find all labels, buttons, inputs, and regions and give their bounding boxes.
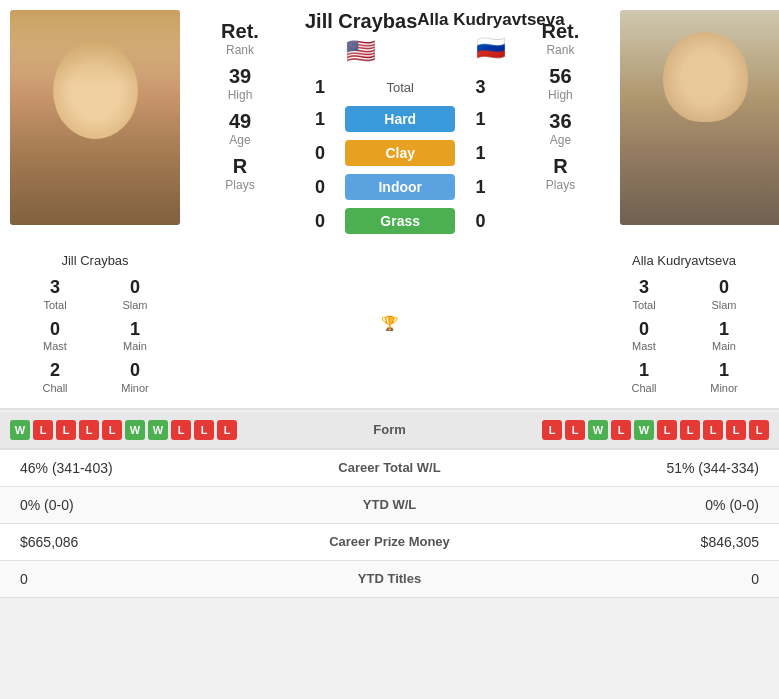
right-slam-cell: 0 Slam xyxy=(684,273,764,315)
clay-row: 0 Clay 1 xyxy=(305,140,495,166)
form-badge-left: L xyxy=(217,420,237,440)
divider xyxy=(0,408,779,410)
form-badge-right: W xyxy=(588,420,608,440)
right-bottom-stats: Alla Kudryavtseva 3 Total 0 Slam 0 Mast … xyxy=(599,248,769,398)
form-badge-left: L xyxy=(33,420,53,440)
form-badge-right: L xyxy=(565,420,585,440)
right-high: 56 High xyxy=(548,65,573,102)
clay-badge: Clay xyxy=(345,140,455,166)
form-badge-right: L xyxy=(657,420,677,440)
hard-row: 1 Hard 1 xyxy=(305,106,495,132)
left-total-score: 1 xyxy=(305,77,335,98)
center-section: Jill Craybas 🇺🇸 Alla Kudryavtseva 🇷🇺 1 T… xyxy=(300,10,500,238)
total-score-row: 1 Total 3 xyxy=(305,77,495,98)
right-total-score: 3 xyxy=(465,77,495,98)
stat-left-val: 0% (0-0) xyxy=(20,497,290,513)
form-badge-left: W xyxy=(10,420,30,440)
stat-center-label: YTD W/L xyxy=(290,497,490,512)
stat-center-label: Career Total W/L xyxy=(290,460,490,475)
left-stats-grid: 3 Total 0 Slam 0 Mast 1 Main 2 Chall 0 M… xyxy=(10,273,180,398)
left-chall-cell: 2 Chall xyxy=(15,356,95,398)
form-section: WLLLLWWLLL Form LLWLWLLLLL xyxy=(0,412,779,448)
form-badge-right: L xyxy=(611,420,631,440)
left-player-name-bottom: Jill Craybas xyxy=(10,248,180,273)
right-mast-cell: 0 Mast xyxy=(604,315,684,357)
form-badge-left: L xyxy=(56,420,76,440)
form-badge-right: L xyxy=(542,420,562,440)
stat-right-val: 0% (0-0) xyxy=(490,497,760,513)
main-card: Ret. Rank 39 High 49 Age R Plays Jill Cr… xyxy=(0,0,779,248)
form-badge-right: L xyxy=(680,420,700,440)
left-high: 39 High xyxy=(228,65,253,102)
stat-right-val: 0 xyxy=(490,571,760,587)
stat-left-val: 46% (341-403) xyxy=(20,460,290,476)
form-badge-right: L xyxy=(749,420,769,440)
stats-row: 0 YTD Titles 0 xyxy=(0,561,779,598)
grass-badge: Grass xyxy=(345,208,455,234)
left-stats-column: Ret. Rank 39 High 49 Age R Plays xyxy=(180,10,300,238)
indoor-badge: Indoor xyxy=(345,174,455,200)
left-bottom-stats: Jill Craybas 3 Total 0 Slam 0 Mast 1 Mai… xyxy=(10,248,180,398)
right-rank: Ret. Rank xyxy=(542,20,580,57)
form-badge-right: L xyxy=(726,420,746,440)
right-chall-cell: 1 Chall xyxy=(604,356,684,398)
right-main-cell: 1 Main xyxy=(684,315,764,357)
form-badge-left: W xyxy=(148,420,168,440)
trophy-center: 🏆 xyxy=(180,248,599,398)
form-badge-left: L xyxy=(171,420,191,440)
right-form: LLWLWLLLLL xyxy=(450,420,770,440)
form-badge-right: W xyxy=(634,420,654,440)
left-slam-cell: 0 Slam xyxy=(95,273,175,315)
right-age: 36 Age xyxy=(549,110,571,147)
form-badge-right: L xyxy=(703,420,723,440)
stat-right-val: $846,305 xyxy=(490,534,760,550)
grass-row: 0 Grass 0 xyxy=(305,208,495,234)
hard-badge: Hard xyxy=(345,106,455,132)
player-left-photo xyxy=(10,10,180,225)
left-form: WLLLLWWLLL xyxy=(10,420,330,440)
stats-row: 0% (0-0) YTD W/L 0% (0-0) xyxy=(0,487,779,524)
right-player-name-bottom: Alla Kudryavtseva xyxy=(599,248,769,273)
left-age: 49 Age xyxy=(229,110,251,147)
form-label: Form xyxy=(330,422,450,437)
trophy-icon: 🏆 xyxy=(381,315,398,331)
form-badge-left: W xyxy=(125,420,145,440)
stat-left-val: 0 xyxy=(20,571,290,587)
form-badge-left: L xyxy=(102,420,122,440)
stats-row: $665,086 Career Prize Money $846,305 xyxy=(0,524,779,561)
left-rank: Ret. Rank xyxy=(221,20,259,57)
left-plays: R Plays xyxy=(225,155,254,192)
left-total-cell: 3 Total xyxy=(15,273,95,315)
stats-row: 46% (341-403) Career Total W/L 51% (344-… xyxy=(0,450,779,487)
stat-left-val: $665,086 xyxy=(20,534,290,550)
right-stats-grid: 3 Total 0 Slam 0 Mast 1 Main 1 Chall 1 M… xyxy=(599,273,769,398)
form-badge-left: L xyxy=(79,420,99,440)
stat-center-label: YTD Titles xyxy=(290,571,490,586)
stat-right-val: 51% (344-334) xyxy=(490,460,760,476)
left-mast-cell: 0 Mast xyxy=(15,315,95,357)
left-main-cell: 1 Main xyxy=(95,315,175,357)
total-label: Total xyxy=(386,80,413,95)
form-badge-left: L xyxy=(194,420,214,440)
right-total-cell: 3 Total xyxy=(604,273,684,315)
stat-center-label: Career Prize Money xyxy=(290,534,490,549)
right-stats-column: Ret. Rank 56 High 36 Age R Plays xyxy=(500,10,620,238)
left-minor-cell: 0 Minor xyxy=(95,356,175,398)
left-player-name: Jill Craybas xyxy=(305,10,417,33)
right-minor-cell: 1 Minor xyxy=(684,356,764,398)
indoor-row: 0 Indoor 1 xyxy=(305,174,495,200)
bottom-player-stats: Jill Craybas 3 Total 0 Slam 0 Mast 1 Mai… xyxy=(0,248,779,408)
career-stats-table: 46% (341-403) Career Total W/L 51% (344-… xyxy=(0,450,779,598)
player-right-photo xyxy=(620,10,779,225)
left-flag: 🇺🇸 xyxy=(305,37,417,65)
right-plays: R Plays xyxy=(546,155,575,192)
